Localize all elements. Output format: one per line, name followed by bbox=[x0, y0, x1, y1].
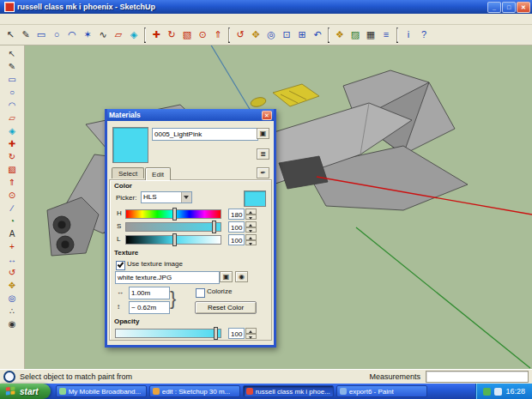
look-around-icon[interactable]: ◉ bbox=[3, 317, 21, 330]
paint-bucket-icon[interactable]: ◈ bbox=[3, 124, 21, 137]
spin-down-icon[interactable] bbox=[245, 215, 257, 221]
saturation-slider-thumb[interactable] bbox=[212, 221, 216, 233]
zoom-tool-icon[interactable]: ◎ bbox=[3, 292, 21, 305]
picker-dropdown[interactable]: HLS bbox=[141, 191, 192, 203]
maximize-button[interactable]: □ bbox=[502, 2, 516, 13]
layers-icon[interactable]: ≡ bbox=[378, 27, 394, 43]
lightness-slider[interactable] bbox=[125, 235, 221, 245]
help-icon[interactable]: ? bbox=[416, 27, 432, 43]
rectangle-tool-icon[interactable]: ▭ bbox=[3, 73, 21, 86]
use-texture-checkbox[interactable] bbox=[116, 261, 125, 270]
eraser-tool-icon[interactable]: ▱ bbox=[3, 112, 21, 124]
orbit-tool-icon[interactable]: ↺ bbox=[3, 266, 21, 279]
materials-title-bar[interactable]: Materials ✕ bbox=[107, 109, 274, 121]
dimension-tool-icon[interactable]: ↔ bbox=[3, 253, 21, 266]
tab-select[interactable]: Select bbox=[112, 167, 144, 178]
offset-tool-icon[interactable]: ⊙ bbox=[195, 27, 210, 43]
lightness-slider-thumb[interactable] bbox=[172, 233, 177, 246]
reset-color-button[interactable]: Reset Color bbox=[195, 301, 257, 314]
move-tool-icon[interactable]: ✚ bbox=[3, 137, 21, 150]
tab-edit[interactable]: Edit bbox=[145, 167, 171, 180]
set-default-material-button[interactable]: ▣ bbox=[257, 128, 269, 139]
freehand-tool-icon[interactable]: ∿ bbox=[95, 27, 111, 43]
orbit-tool-icon[interactable]: ↺ bbox=[233, 27, 248, 43]
aspect-link-icon[interactable]: } bbox=[170, 285, 176, 312]
make-component-icon[interactable]: ❖ bbox=[332, 27, 348, 43]
close-button[interactable]: ✕ bbox=[517, 2, 530, 13]
start-button[interactable]: start bbox=[0, 384, 51, 399]
offset-tool-icon[interactable]: ⊙ bbox=[3, 189, 21, 202]
paint-bucket-icon[interactable]: ◈ bbox=[126, 27, 142, 43]
line-tool-icon[interactable]: ✎ bbox=[3, 60, 21, 73]
polygon-tool-icon[interactable]: ✶ bbox=[80, 27, 95, 43]
opacity-slider[interactable] bbox=[115, 329, 221, 338]
tape-measure-icon[interactable]: ∕ bbox=[3, 202, 21, 215]
colorize-checkbox[interactable] bbox=[196, 288, 205, 298]
spin-down-icon[interactable] bbox=[245, 334, 257, 340]
texture-browse-icon[interactable]: ▣ bbox=[220, 271, 233, 282]
zoom-tool-icon[interactable]: ◎ bbox=[263, 27, 279, 43]
opacity-slider-thumb[interactable] bbox=[214, 327, 218, 340]
zoom-window-icon[interactable]: ⊡ bbox=[279, 27, 294, 43]
protractor-icon[interactable]: ◔ bbox=[3, 215, 21, 227]
task-my-mobile-broadband[interactable]: My Mobile Broadband... bbox=[56, 385, 147, 397]
scale-tool-icon[interactable]: ▧ bbox=[3, 163, 21, 176]
texture-height-field[interactable]: ~ 0.62m bbox=[129, 301, 170, 314]
measurements-input[interactable] bbox=[426, 371, 529, 383]
model-info-icon[interactable]: i bbox=[401, 27, 416, 43]
rotate-tool-icon[interactable]: ↻ bbox=[164, 27, 179, 43]
tray-network-icon[interactable] bbox=[494, 388, 502, 396]
texture-color-wheel-icon[interactable]: ◉ bbox=[235, 271, 248, 282]
toolbar-separator bbox=[228, 27, 230, 43]
styles-icon[interactable]: ▦ bbox=[363, 27, 378, 43]
task-icon bbox=[153, 388, 160, 395]
walk-tool-icon[interactable]: ∴ bbox=[3, 305, 21, 317]
circle-tool-icon[interactable]: ○ bbox=[3, 86, 21, 99]
spin-down-icon[interactable] bbox=[245, 240, 257, 246]
task-export6-paint[interactable]: export6 - Paint bbox=[336, 385, 427, 397]
sample-paint-eyedropper-icon[interactable]: ✒ bbox=[257, 167, 269, 178]
arc-tool-icon[interactable]: ◠ bbox=[64, 27, 80, 43]
scale-tool-icon[interactable]: ▧ bbox=[179, 27, 195, 43]
material-name-field[interactable]: 0005_LightPink bbox=[152, 128, 258, 141]
rectangle-tool-icon[interactable]: ▭ bbox=[33, 27, 49, 43]
texture-file-field[interactable]: white texture.JPG bbox=[115, 271, 220, 284]
task-russell-class-sketchup[interactable]: russell class mk i phoe... bbox=[243, 385, 334, 397]
arc-tool-icon[interactable]: ◠ bbox=[3, 99, 21, 112]
move-tool-icon[interactable]: ✚ bbox=[148, 27, 164, 43]
materials-close-button[interactable]: ✕ bbox=[262, 111, 272, 120]
status-hint-text: Select object to match paint from bbox=[20, 372, 369, 381]
select-tool-icon[interactable]: ↖ bbox=[3, 47, 21, 60]
current-color-well bbox=[244, 190, 266, 207]
pan-tool-icon[interactable]: ✥ bbox=[248, 27, 263, 43]
select-tool-icon[interactable]: ↖ bbox=[3, 27, 18, 43]
viewport[interactable] bbox=[25, 45, 532, 369]
tray-shield-icon[interactable] bbox=[483, 388, 491, 396]
line-tool-icon[interactable]: ✎ bbox=[18, 27, 33, 43]
task-edit-sketchup[interactable]: edit : Sketchup 30 m... bbox=[149, 385, 240, 397]
pan-tool-icon[interactable]: ✥ bbox=[3, 279, 21, 292]
push-pull-tool-icon[interactable]: ⇑ bbox=[3, 176, 21, 189]
zoom-extents-icon[interactable]: ⊞ bbox=[294, 27, 310, 43]
push-pull-tool-icon[interactable]: ⇑ bbox=[210, 27, 226, 43]
materials-browser-icon[interactable]: ▨ bbox=[348, 27, 363, 43]
circle-tool-icon[interactable]: ○ bbox=[49, 27, 64, 43]
hue-slider-thumb[interactable] bbox=[172, 208, 177, 221]
opacity-spinner[interactable]: 100 bbox=[228, 328, 257, 339]
saturation-spinner[interactable]: 100 bbox=[228, 221, 257, 233]
rotate-tool-icon[interactable]: ↻ bbox=[3, 150, 21, 163]
hue-spinner[interactable]: 180 bbox=[228, 209, 257, 220]
axes-tool-icon[interactable]: + bbox=[3, 240, 21, 253]
hue-slider[interactable] bbox=[125, 209, 221, 219]
chevron-down-icon[interactable] bbox=[181, 192, 191, 203]
spin-down-icon[interactable] bbox=[245, 227, 257, 233]
text-tool-icon[interactable]: A bbox=[3, 227, 21, 240]
lightness-spinner[interactable]: 100 bbox=[228, 234, 257, 245]
texture-width-field[interactable]: 1.00m bbox=[129, 287, 170, 299]
minimize-button[interactable]: _ bbox=[487, 2, 501, 13]
saturation-slider[interactable] bbox=[125, 222, 221, 232]
previous-view-icon[interactable]: ↶ bbox=[310, 27, 325, 43]
model-3d[interactable] bbox=[25, 45, 532, 369]
secondary-pane-button[interactable]: ≣ bbox=[257, 148, 269, 160]
eraser-tool-icon[interactable]: ▱ bbox=[111, 27, 126, 43]
